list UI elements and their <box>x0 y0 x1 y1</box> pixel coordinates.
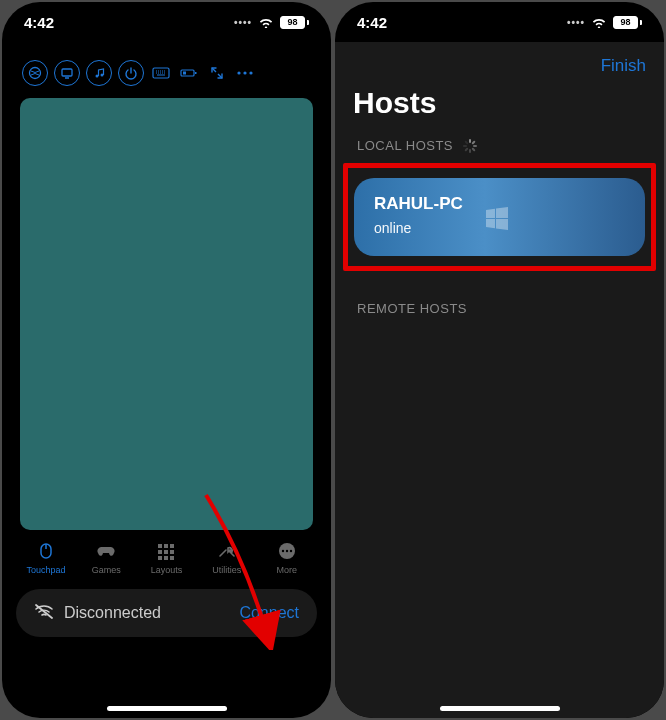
svg-rect-19 <box>170 556 174 560</box>
svg-point-9 <box>243 71 246 74</box>
status-bar: 4:42 •••• 98 <box>335 2 664 42</box>
battery-tool-icon[interactable] <box>178 62 200 84</box>
status-bar: 4:42 •••• 98 <box>2 2 331 42</box>
touchpad-surface[interactable] <box>20 98 313 530</box>
connection-status: Disconnected <box>64 604 161 622</box>
right-screenshot: 4:42 •••• 98 Finish Hosts LOCAL HOSTS RA… <box>335 2 664 718</box>
tab-games[interactable]: Games <box>78 542 134 575</box>
svg-rect-11 <box>158 544 162 548</box>
power-icon[interactable] <box>118 60 144 86</box>
page-title: Hosts <box>335 80 664 138</box>
tab-label: Touchpad <box>27 565 66 575</box>
battery-level: 98 <box>280 16 305 29</box>
status-right: •••• 98 <box>234 14 309 31</box>
tab-label: Utilities <box>212 565 241 575</box>
keyboard-icon[interactable] <box>150 62 172 84</box>
windows-icon <box>484 206 510 236</box>
battery-level: 98 <box>613 16 638 29</box>
home-indicator[interactable] <box>107 706 227 711</box>
section-text: REMOTE HOSTS <box>357 301 467 316</box>
status-right: •••• 98 <box>567 14 642 31</box>
status-time: 4:42 <box>357 14 387 31</box>
svg-point-10 <box>249 71 252 74</box>
cellular-icon: •••• <box>567 17 585 28</box>
wifi-off-icon <box>34 603 54 623</box>
svg-rect-15 <box>164 550 168 554</box>
battery-icon: 98 <box>613 16 642 29</box>
gamepad-icon <box>95 542 117 562</box>
expand-icon[interactable] <box>206 62 228 84</box>
home-indicator[interactable] <box>440 706 560 711</box>
tab-label: Games <box>92 565 121 575</box>
svg-point-23 <box>290 550 292 552</box>
svg-point-21 <box>282 550 284 552</box>
local-hosts-label: LOCAL HOSTS <box>335 138 664 163</box>
remote-hosts-label: REMOTE HOSTS <box>335 283 664 326</box>
browser-icon[interactable] <box>22 60 48 86</box>
toolbar <box>2 42 331 98</box>
wifi-icon <box>258 14 274 31</box>
mouse-icon <box>35 542 57 562</box>
svg-rect-7 <box>183 72 186 75</box>
svg-rect-17 <box>158 556 162 560</box>
svg-rect-14 <box>158 550 162 554</box>
tab-touchpad[interactable]: Touchpad <box>18 542 74 575</box>
tab-layouts[interactable]: Layouts <box>138 542 194 575</box>
connection-bar: Disconnected Connect <box>16 589 317 637</box>
battery-icon: 98 <box>280 16 309 29</box>
tab-label: Layouts <box>151 565 183 575</box>
tab-label: More <box>277 565 298 575</box>
svg-rect-18 <box>164 556 168 560</box>
tab-more[interactable]: More <box>259 542 315 575</box>
wifi-icon <box>591 14 607 31</box>
tools-icon <box>216 542 238 562</box>
svg-rect-12 <box>164 544 168 548</box>
svg-point-8 <box>237 71 240 74</box>
svg-rect-5 <box>181 70 194 76</box>
section-text: LOCAL HOSTS <box>357 138 453 153</box>
annotation-highlight: RAHUL-PC online <box>343 163 656 271</box>
music-icon[interactable] <box>86 60 112 86</box>
svg-rect-6 <box>195 72 197 74</box>
finish-button[interactable]: Finish <box>601 56 646 76</box>
svg-point-22 <box>286 550 288 552</box>
host-card[interactable]: RAHUL-PC online <box>354 178 645 256</box>
monitor-icon[interactable] <box>54 60 80 86</box>
grid-icon <box>155 542 177 562</box>
ellipsis-icon <box>276 542 298 562</box>
spinner-icon <box>463 139 477 153</box>
status-time: 4:42 <box>24 14 54 31</box>
svg-rect-13 <box>170 544 174 548</box>
connect-button[interactable]: Connect <box>239 604 299 622</box>
svg-rect-16 <box>170 550 174 554</box>
tab-utilities[interactable]: Utilities <box>199 542 255 575</box>
svg-rect-1 <box>62 69 72 76</box>
left-screenshot: 4:42 •••• 98 Touchpad Games <box>2 2 331 718</box>
tab-bar: Touchpad Games Layouts Utilities More <box>2 530 331 581</box>
cellular-icon: •••• <box>234 17 252 28</box>
more-icon[interactable] <box>234 62 256 84</box>
